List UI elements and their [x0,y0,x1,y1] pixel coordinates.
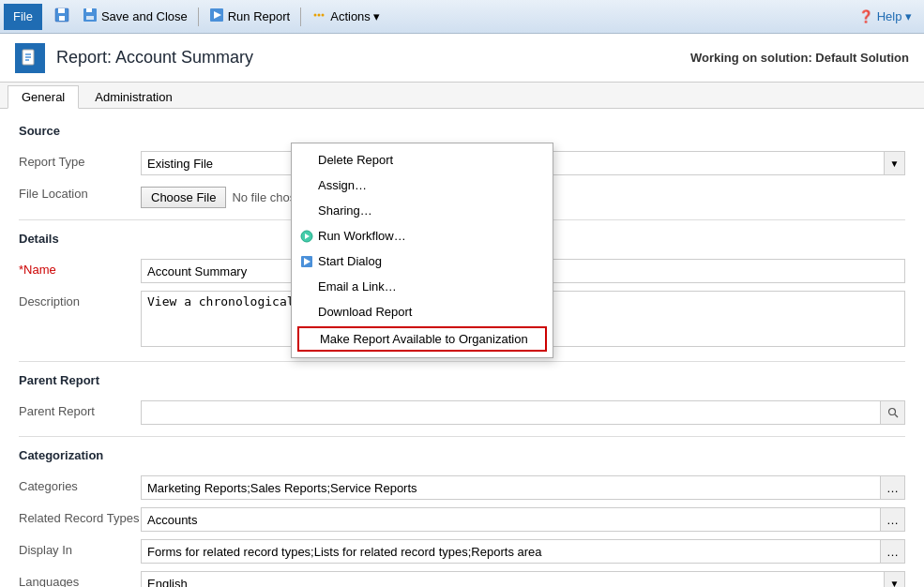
svg-rect-1 [58,8,65,13]
run-report-label: Run Report [228,9,290,23]
run-workflow-icon [299,229,314,244]
report-icon [15,43,45,73]
display-in-label: Display In [19,539,141,557]
menu-item-delete-report[interactable]: Delete Report [292,147,553,173]
related-record-row: Related Record Types … [19,507,905,532]
related-record-input[interactable] [141,507,881,532]
parent-report-value [141,400,905,425]
menu-item-sharing-label: Sharing… [318,203,372,218]
parent-report-input[interactable] [141,400,881,425]
menu-item-assign-label: Assign… [318,178,367,192]
run-report-icon [209,8,224,25]
help-button[interactable]: ❓ Help ▾ [850,7,920,26]
tab-general[interactable]: General [8,85,79,109]
languages-arrow[interactable]: ▼ [885,571,905,587]
page-header: Report: Account Summary Working on solut… [0,34,924,83]
actions-dropdown-menu: Delete Report Assign… Sharing… Run Workf… [291,143,553,358]
description-label: Description [19,291,141,309]
display-in-value: … [141,539,905,564]
related-record-button[interactable]: … [881,507,905,532]
menu-item-make-available[interactable]: Make Report Available to Organization [297,326,547,352]
choose-file-button[interactable]: Choose File [141,187,226,208]
svg-point-11 [322,14,325,17]
tab-administration[interactable]: Administration [81,85,186,109]
solution-info: Working on solution: Default Solution [690,51,909,65]
menu-item-start-dialog[interactable]: Start Dialog [292,248,553,274]
save-close-icon [83,8,98,25]
report-type-label: Report Type [19,151,141,169]
menu-item-delete-report-label: Delete Report [318,153,393,167]
parent-report-row: Parent Report [19,400,905,425]
menu-item-start-dialog-label: Start Dialog [318,254,382,268]
related-record-wrapper: … [141,507,905,532]
menu-item-download-report[interactable]: Download Report [292,299,553,324]
languages-select[interactable]: English [141,571,885,587]
actions-label: Actions ▾ [330,9,380,23]
categories-button[interactable]: … [881,475,905,500]
menu-item-assign[interactable]: Assign… [292,173,553,198]
categories-wrapper: … [141,475,905,500]
help-label: ❓ Help ▾ [858,9,912,23]
page-title: Report: Account Summary [56,48,253,68]
file-button[interactable]: File [4,4,42,30]
header-left: Report: Account Summary [15,43,253,73]
file-location-label: File Location [19,183,141,201]
menu-item-run-workflow[interactable]: Run Workflow… [292,223,553,248]
actions-button[interactable]: Actions ▾ [305,4,386,30]
content-area: Source Report Type Existing File ▼ File … [0,109,924,587]
menu-item-download-report-label: Download Report [318,305,412,319]
related-record-label: Related Record Types [19,507,141,525]
divider-3 [19,436,905,437]
display-in-button[interactable]: … [881,539,905,564]
languages-row: Languages English ▼ [19,571,905,587]
source-section-title: Source [19,124,905,142]
save-disk-icon [54,8,69,25]
related-record-value: … [141,507,905,532]
svg-point-9 [314,14,317,17]
svg-rect-2 [59,16,65,21]
separator-1 [198,8,199,26]
report-type-arrow[interactable]: ▼ [885,151,905,175]
name-label: *Name [19,259,141,277]
display-in-row: Display In … [19,539,905,564]
save-close-label: Save and Close [101,9,188,23]
menu-item-make-available-label: Make Report Available to Organization [320,332,528,346]
menu-item-email-link[interactable]: Email a Link… [292,274,553,299]
toolbar: File Save and Close Run Report Actions ▾… [0,0,924,34]
start-dialog-icon [299,254,314,269]
categories-label: Categories [19,475,141,493]
categories-value: … [141,475,905,500]
divider-2 [19,361,905,362]
parent-report-label: Parent Report [19,400,141,418]
languages-label: Languages [19,571,141,587]
menu-item-sharing[interactable]: Sharing… [292,198,553,223]
tabs-bar: General Administration [0,83,924,109]
languages-select-wrapper: English ▼ [141,571,905,587]
svg-point-16 [888,409,895,415]
languages-value: English ▼ [141,571,905,587]
display-in-input[interactable] [141,539,881,564]
menu-item-email-link-label: Email a Link… [318,279,397,294]
categories-row: Categories … [19,475,905,500]
categories-input[interactable] [141,475,881,500]
menu-item-run-workflow-label: Run Workflow… [318,229,406,243]
save-icon-button[interactable] [48,4,76,30]
categorization-section-title: Categorization [19,448,905,466]
parent-report-lookup-button[interactable] [881,400,905,425]
svg-point-10 [318,14,321,17]
parent-report-lookup [141,400,905,425]
separator-2 [300,8,301,26]
parent-report-section-title: Parent Report [19,373,905,391]
svg-line-17 [895,414,898,417]
svg-rect-4 [86,8,92,12]
save-close-button[interactable]: Save and Close [76,4,194,30]
display-in-wrapper: … [141,539,905,564]
run-report-button[interactable]: Run Report [203,4,296,30]
actions-icon [311,8,326,25]
